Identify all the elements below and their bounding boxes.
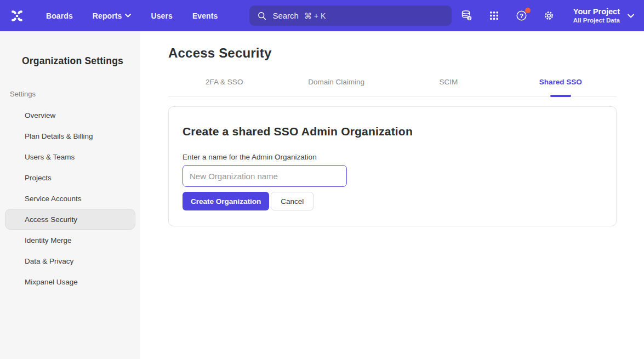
help-icon[interactable]: ? — [515, 9, 528, 22]
data-management-icon[interactable] — [460, 9, 474, 22]
search-shortcut-hint: ⌘ + K — [304, 12, 326, 20]
search-icon — [257, 11, 267, 21]
access-security-tabs: 2FA & SSO Domain Claiming SCIM Shared SS… — [168, 73, 617, 97]
card-button-row: Create Organization Cancel — [183, 192, 602, 210]
top-nav-right: ? Your Project All Project Data — [460, 7, 634, 25]
sidebar-title: Organization Settings — [0, 55, 140, 67]
sidebar-nav-list: Overview Plan Details & Billing Users & … — [0, 105, 140, 292]
mixpanel-logo[interactable] — [9, 8, 25, 24]
tab-label: Shared SSO — [539, 78, 582, 86]
nav-item-events[interactable]: Events — [192, 12, 218, 20]
sidebar-item-mixpanel-usage[interactable]: Mixpanel Usage — [5, 271, 135, 292]
sidebar-item-service-accounts[interactable]: Service Accounts — [5, 188, 135, 209]
tab-2fa-sso[interactable]: 2FA & SSO — [168, 73, 281, 96]
nav-item-label: Reports — [93, 12, 122, 20]
sidebar-item-plan-details-billing[interactable]: Plan Details & Billing — [5, 126, 135, 146]
primary-nav: Boards Reports Users Events — [46, 12, 218, 20]
project-switcher-text: Your Project All Project Data — [573, 7, 620, 25]
search-placeholder: Search — [272, 11, 299, 20]
top-navigation-bar: Boards Reports Users Events Search ⌘ + K — [0, 0, 644, 31]
search-input[interactable]: Search ⌘ + K — [249, 5, 452, 26]
nav-item-label: Users — [151, 12, 172, 20]
main-content: Access Security 2FA & SSO Domain Claimin… — [140, 31, 644, 359]
page-title: Access Security — [168, 45, 617, 61]
chevron-down-icon — [628, 14, 634, 18]
tab-label: SCIM — [439, 78, 458, 86]
sidebar-item-identity-merge[interactable]: Identity Merge — [5, 230, 135, 250]
project-scope: All Project Data — [573, 16, 620, 24]
org-settings-sidebar: Organization Settings Settings Overview … — [0, 31, 140, 359]
sidebar-item-projects[interactable]: Projects — [5, 167, 135, 188]
card-title: Create a shared SSO Admin Organization — [183, 125, 602, 138]
tab-shared-sso[interactable]: Shared SSO — [505, 73, 617, 96]
create-organization-button[interactable]: Create Organization — [183, 192, 269, 210]
org-name-field-label: Enter a name for the Admin Organization — [183, 153, 602, 161]
sidebar-item-overview[interactable]: Overview — [5, 105, 135, 126]
create-admin-org-card: Create a shared SSO Admin Organization E… — [168, 106, 617, 226]
sidebar-item-data-privacy[interactable]: Data & Privacy — [5, 250, 135, 271]
nav-item-label: Boards — [46, 12, 73, 20]
project-switcher[interactable]: Your Project All Project Data — [573, 7, 634, 25]
org-name-input[interactable] — [183, 165, 347, 187]
sidebar-item-access-security[interactable]: Access Security — [5, 209, 135, 230]
chevron-down-icon — [125, 14, 131, 18]
project-name: Your Project — [573, 7, 620, 16]
svg-text:?: ? — [520, 13, 523, 19]
settings-gear-icon[interactable] — [543, 9, 556, 22]
nav-item-users[interactable]: Users — [151, 12, 172, 20]
tab-scim[interactable]: SCIM — [392, 73, 505, 96]
nav-item-boards[interactable]: Boards — [46, 12, 73, 20]
tab-domain-claiming[interactable]: Domain Claiming — [281, 73, 393, 96]
apps-grid-icon[interactable] — [488, 9, 501, 22]
cancel-button[interactable]: Cancel — [271, 192, 314, 210]
notification-dot — [525, 8, 531, 13]
sidebar-item-users-teams[interactable]: Users & Teams — [5, 146, 135, 167]
nav-item-reports[interactable]: Reports — [93, 12, 132, 20]
tab-label: 2FA & SSO — [206, 78, 243, 86]
tab-label: Domain Claiming — [308, 78, 364, 86]
sidebar-section-label: Settings — [0, 90, 140, 98]
nav-item-label: Events — [192, 12, 218, 20]
active-tab-indicator — [550, 95, 571, 97]
